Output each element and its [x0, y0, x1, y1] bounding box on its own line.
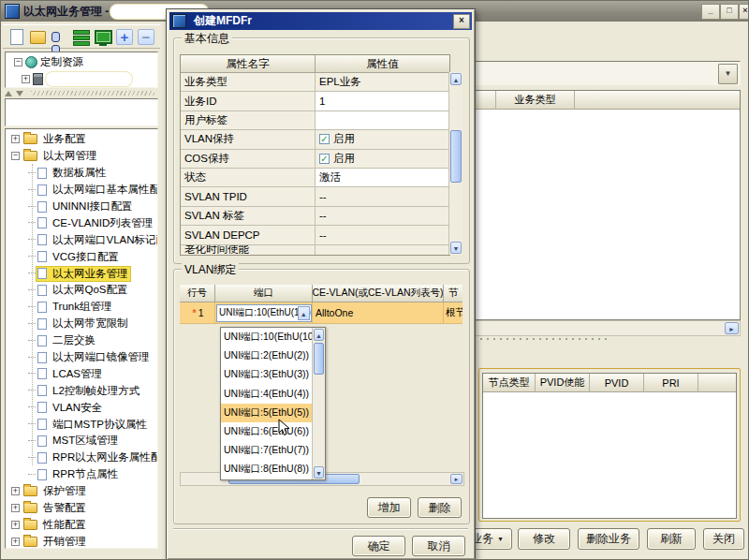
refresh-button[interactable]: 刷新 [647, 528, 696, 550]
vlan-header-cevlan[interactable]: CE-VLAN(或CE-VLAN列表号) [313, 285, 444, 302]
nav-tree-item[interactable]: 以太网端口镜像管理 [6, 349, 157, 366]
vlan-header-node-clipped[interactable]: 节 [444, 285, 463, 302]
minimize-button[interactable]: _ [701, 4, 720, 20]
nav-tree-item[interactable]: VLAN安全 [6, 399, 157, 416]
property-row[interactable]: VLAN保持 ✓ 启用 [181, 130, 449, 149]
port-dropdown-item[interactable]: UNI端口:4(EthU(4)) [221, 385, 312, 404]
port-dropdown-item[interactable]: UNI端口:7(EthU(7)) [221, 441, 312, 460]
nav-tree-item[interactable]: 二层交换 [6, 332, 157, 349]
tree-expander-icon[interactable] [11, 521, 20, 529]
combo-collapse-icon[interactable]: ▲ [298, 306, 310, 320]
nav-tree-item[interactable]: L2控制帧处理方式 [6, 382, 157, 399]
delete-service-button[interactable]: 删除业务 [578, 528, 639, 550]
right-splitter-dots[interactable] [480, 338, 608, 340]
splitter-handle[interactable] [31, 91, 154, 96]
tree-expander-icon[interactable] [11, 135, 20, 143]
property-row[interactable]: 老化时间使能 ✓ [181, 245, 449, 255]
cancel-button[interactable]: 取消 [412, 536, 465, 556]
nav-tree-item[interactable]: UNINNI接口配置 [6, 199, 157, 215]
new-document-icon[interactable] [8, 28, 25, 45]
nav-tree-item[interactable]: 业务配置 [6, 131, 157, 148]
resource-tree-root[interactable]: 定制资源 [8, 54, 157, 71]
nav-tree-item[interactable]: 以太网QoS配置 [6, 282, 157, 299]
nav-tree-item[interactable]: CE-VLANID列表管理 [6, 214, 157, 231]
nav-tree-item[interactable]: LCAS管理 [6, 365, 157, 382]
maximize-button[interactable]: □ [720, 4, 739, 20]
node-table-header-nodetype[interactable]: 节点类型 [483, 374, 536, 392]
scroll-right-icon[interactable]: ► [725, 322, 739, 334]
vlan-row-1[interactable]: * 1 UNI端口:10(EthU(10)) ▲ AlltoOne 根节 [180, 302, 463, 324]
property-row[interactable]: SVLAN TPID ✓ -- [181, 187, 449, 206]
property-value[interactable]: -- [319, 229, 327, 241]
property-value[interactable]: 激活 [319, 170, 341, 184]
tree-expander-icon[interactable] [11, 487, 20, 495]
dropdown-vscrollbar[interactable]: ▲ ▼ [312, 328, 325, 479]
property-row[interactable]: 业务ID ✓ 1 [181, 92, 449, 111]
close-window-button[interactable]: 关闭 [703, 528, 744, 550]
scroll-thumb[interactable] [314, 343, 324, 375]
scroll-up-icon[interactable]: ▲ [450, 73, 462, 85]
property-value[interactable]: 启用 [333, 152, 355, 166]
property-value[interactable]: 启用 [333, 132, 355, 146]
left-splitter[interactable] [3, 89, 160, 97]
tree-expander-icon[interactable] [11, 152, 20, 160]
nav-tree-item[interactable]: Trunk组管理 [6, 299, 157, 316]
tree-expander-icon[interactable] [11, 538, 20, 546]
service-table-header-type[interactable]: 业务类型 [496, 91, 575, 110]
node-table-header-pvid[interactable]: PVID [590, 374, 644, 392]
scroll-down-icon[interactable]: ▼ [450, 242, 462, 254]
nav-tree-item[interactable]: VCG接口配置 [6, 248, 157, 265]
nav-tree-item[interactable]: 保护管理 [6, 483, 157, 500]
remove-icon[interactable]: − [138, 29, 154, 45]
nav-tree-item[interactable]: 以太网管理 [6, 148, 157, 165]
scroll-right-icon[interactable]: ► [450, 474, 463, 484]
tree-collapse-icon[interactable] [14, 58, 22, 66]
nav-tree-item[interactable]: 性能配置 [6, 516, 157, 533]
dialog-close-icon[interactable]: × [453, 14, 470, 29]
delete-row-button[interactable]: 删除 [418, 497, 462, 518]
port-dropdown-item[interactable]: UNI端口:5(EthU(5)) [221, 404, 312, 422]
splitter-down-icon[interactable] [16, 91, 23, 96]
port-dropdown-item[interactable]: UNI端口:3(EthU(3)) [221, 365, 312, 384]
open-folder-icon[interactable] [30, 28, 47, 45]
property-value[interactable]: EPL业务 [319, 75, 361, 89]
property-value[interactable]: -- [319, 191, 327, 202]
add-row-button[interactable]: 增加 [367, 497, 411, 518]
property-vscrollbar[interactable]: ▲ ▼ [448, 72, 463, 255]
vlan-header-rownum[interactable]: 行号 [180, 285, 215, 302]
nav-tree-item[interactable]: 告警配置 [6, 500, 157, 517]
device-view-icon[interactable] [95, 28, 111, 45]
property-row[interactable]: 状态 ✓ 激活 [181, 169, 449, 187]
checkbox-checked-icon[interactable]: ✓ [319, 134, 330, 144]
nav-tree-item[interactable]: 开销管理 [6, 533, 157, 549]
add-icon[interactable]: + [116, 29, 133, 45]
property-row[interactable]: SVLAN 标签 ✓ -- [181, 207, 449, 226]
property-row[interactable]: 用户标签 ✓ [181, 111, 449, 130]
nav-tree-item[interactable]: 以太网端口VLAN标记配置 [6, 231, 157, 248]
search-binoculars-icon[interactable] [51, 28, 68, 45]
close-button[interactable]: × [739, 4, 749, 20]
property-row[interactable]: COS保持 ✓ 启用 [181, 150, 449, 169]
node-table-header-pri[interactable]: PRI [644, 374, 698, 392]
vlan-header-port[interactable]: 端口 [215, 285, 313, 302]
property-row[interactable]: 业务类型 ✓ EPL业务 [181, 73, 449, 92]
property-value[interactable]: 1 [319, 96, 325, 107]
prop-header-value[interactable]: 属性值 [316, 55, 449, 73]
cevlan-cell[interactable]: AlltoOne [313, 302, 444, 324]
modify-button[interactable]: 修改 [518, 528, 570, 550]
node-cell-clipped[interactable]: 根节 [444, 302, 463, 324]
nav-tree-item[interactable]: RPR以太网业务属性配置 [6, 449, 157, 466]
dropdown-arrow-icon[interactable]: ▼ [718, 64, 738, 84]
nav-tree-item[interactable]: RPR节点属性 [6, 466, 157, 483]
port-dropdown-item[interactable]: UNI端口:10(EthU(10)) [221, 328, 312, 346]
list-view-icon[interactable] [73, 28, 90, 45]
nav-tree-item[interactable]: MST区域管理 [6, 433, 157, 449]
scroll-up-icon[interactable]: ▲ [314, 329, 324, 341]
nav-tree-item[interactable]: 以太网业务管理 [6, 265, 157, 282]
nav-tree-item[interactable]: 数据板属性 [6, 165, 157, 182]
prop-header-name[interactable]: 属性名字 [181, 55, 316, 73]
nav-tree-item[interactable]: 端口MSTP协议属性 [6, 416, 157, 433]
port-combobox[interactable]: UNI端口:10(EthU(10)) ▲ [216, 304, 312, 322]
nav-tree-item[interactable]: 以太网带宽限制 [6, 316, 157, 332]
port-dropdown-item[interactable]: UNI端口:6(EthU(6)) [221, 422, 312, 441]
